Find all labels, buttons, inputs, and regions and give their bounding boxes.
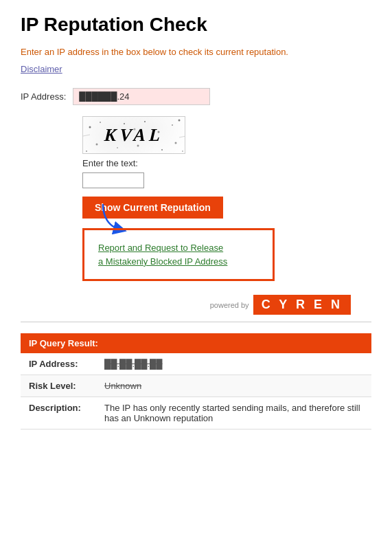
ip-input[interactable] (73, 88, 210, 105)
cyren-logo: C Y R E N (253, 295, 351, 315)
release-line2: a Mistakenly Blocked IP Address (98, 256, 227, 267)
captcha-image: KVAL (82, 116, 185, 154)
result-value-risk: Unknown (96, 375, 371, 397)
page-container: IP Reputation Check Enter an IP address … (0, 0, 392, 457)
result-value-desc: The IP has only recently started sending… (96, 397, 371, 429)
svg-line-16 (83, 135, 90, 136)
svg-point-10 (117, 147, 118, 148)
svg-point-8 (178, 120, 181, 122)
svg-point-5 (144, 121, 146, 122)
release-link[interactable]: Report and Request to Release a Mistaken… (98, 243, 227, 267)
svg-point-0 (89, 126, 91, 129)
result-row-risk: Risk Level: Unknown (21, 375, 371, 397)
divider (21, 322, 371, 322)
result-label-risk: Risk Level: (21, 375, 96, 397)
subtitle-text: Enter an IP address in the box below to … (21, 47, 371, 57)
captcha-text: KVAL (104, 125, 164, 146)
powered-by-label: powered by (210, 301, 249, 309)
svg-line-17 (179, 136, 185, 137)
svg-point-15 (182, 150, 183, 152)
captcha-enter-label: Enter the text: (82, 158, 371, 168)
results-header: IP Query Result: (21, 333, 371, 353)
result-label-desc: Description: (21, 397, 96, 429)
svg-point-7 (172, 124, 173, 126)
svg-point-12 (161, 149, 163, 150)
svg-point-3 (124, 123, 125, 124)
results-section: IP Query Result: IP Address: ██.██.██.██… (21, 333, 371, 443)
result-row-ip: IP Address: ██.██.██.██ (21, 353, 371, 375)
ip-address-row: IP Address: (21, 88, 371, 105)
disclaimer-link[interactable]: Disclaimer (21, 64, 62, 74)
ip-label: IP Address: (21, 91, 66, 102)
svg-point-14 (86, 150, 87, 152)
result-value-ip: ██.██.██.██ (96, 353, 371, 375)
result-table: IP Address: ██.██.██.██ Risk Level: Unkn… (21, 353, 371, 429)
page-title: IP Reputation Check (21, 14, 371, 36)
svg-point-9 (96, 144, 98, 146)
svg-point-1 (100, 122, 101, 123)
result-label-ip: IP Address: (21, 353, 96, 375)
release-line1: Report and Request to Release (98, 243, 223, 253)
captcha-area: KVAL Enter the text: (82, 116, 371, 188)
svg-point-13 (175, 142, 177, 144)
release-link-box: Report and Request to Release a Mistaken… (82, 228, 275, 281)
powered-area: powered by C Y R E N (21, 295, 351, 315)
arrow-box-container: Report and Request to Release a Mistaken… (82, 228, 371, 281)
captcha-input[interactable] (82, 172, 144, 188)
result-row-desc: Description: The IP has only recently st… (21, 397, 371, 429)
